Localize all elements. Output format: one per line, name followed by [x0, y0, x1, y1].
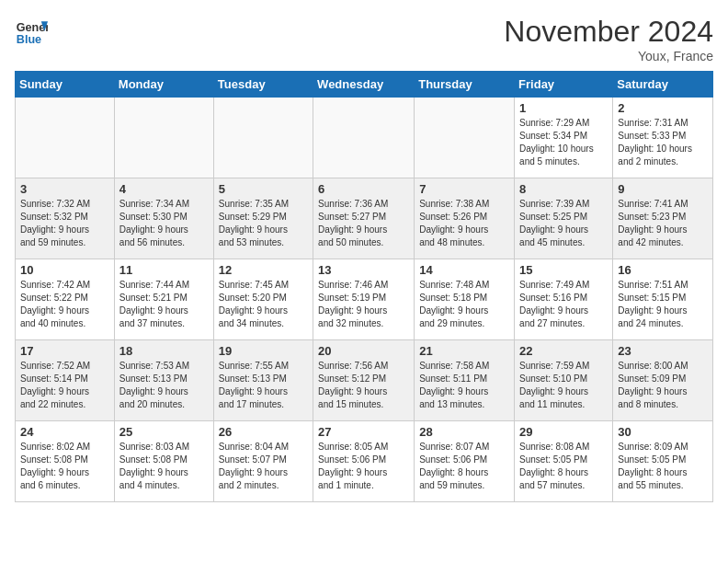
- calendar-cell: [213, 98, 313, 178]
- day-info: Sunrise: 7:42 AM Sunset: 5:22 PM Dayligh…: [20, 279, 109, 330]
- calendar-cell: 1Sunrise: 7:29 AM Sunset: 5:34 PM Daylig…: [515, 98, 613, 178]
- title-area: November 2024 Youx, France: [504, 15, 713, 63]
- day-number: 5: [219, 182, 308, 196]
- logo: General Blue: [15, 15, 48, 48]
- day-number: 17: [20, 344, 109, 358]
- day-info: Sunrise: 7:31 AM Sunset: 5:33 PM Dayligh…: [618, 117, 708, 168]
- calendar-cell: 13Sunrise: 7:46 AM Sunset: 5:19 PM Dayli…: [313, 259, 415, 340]
- day-number: 1: [519, 101, 608, 115]
- day-number: 30: [618, 425, 708, 439]
- calendar-cell: 14Sunrise: 7:48 AM Sunset: 5:18 PM Dayli…: [415, 259, 515, 340]
- calendar-cell: 21Sunrise: 7:58 AM Sunset: 5:11 PM Dayli…: [415, 340, 515, 421]
- calendar-cell: 11Sunrise: 7:44 AM Sunset: 5:21 PM Dayli…: [114, 259, 213, 340]
- calendar-cell: 5Sunrise: 7:35 AM Sunset: 5:29 PM Daylig…: [213, 178, 313, 259]
- day-info: Sunrise: 8:05 AM Sunset: 5:06 PM Dayligh…: [318, 441, 409, 492]
- calendar-cell: 22Sunrise: 7:59 AM Sunset: 5:10 PM Dayli…: [515, 340, 613, 421]
- day-info: Sunrise: 7:35 AM Sunset: 5:29 PM Dayligh…: [219, 198, 308, 249]
- day-number: 16: [618, 263, 708, 277]
- calendar-cell: 4Sunrise: 7:34 AM Sunset: 5:30 PM Daylig…: [114, 178, 213, 259]
- week-row-1: 1Sunrise: 7:29 AM Sunset: 5:34 PM Daylig…: [16, 98, 713, 178]
- day-info: Sunrise: 8:09 AM Sunset: 5:05 PM Dayligh…: [618, 441, 708, 492]
- day-info: Sunrise: 7:52 AM Sunset: 5:14 PM Dayligh…: [20, 360, 109, 411]
- week-row-5: 24Sunrise: 8:02 AM Sunset: 5:08 PM Dayli…: [16, 421, 713, 502]
- day-info: Sunrise: 7:45 AM Sunset: 5:20 PM Dayligh…: [219, 279, 308, 330]
- day-info: Sunrise: 7:44 AM Sunset: 5:21 PM Dayligh…: [119, 279, 209, 330]
- calendar-cell: 30Sunrise: 8:09 AM Sunset: 5:05 PM Dayli…: [613, 421, 713, 502]
- weekday-header-friday: Friday: [515, 72, 613, 98]
- calendar-cell: 23Sunrise: 8:00 AM Sunset: 5:09 PM Dayli…: [613, 340, 713, 421]
- calendar-cell: 2Sunrise: 7:31 AM Sunset: 5:33 PM Daylig…: [613, 98, 713, 178]
- calendar-cell: 7Sunrise: 7:38 AM Sunset: 5:26 PM Daylig…: [415, 178, 515, 259]
- day-number: 29: [519, 425, 608, 439]
- calendar-cell: 18Sunrise: 7:53 AM Sunset: 5:13 PM Dayli…: [114, 340, 213, 421]
- day-info: Sunrise: 7:41 AM Sunset: 5:23 PM Dayligh…: [618, 198, 708, 249]
- day-info: Sunrise: 8:04 AM Sunset: 5:07 PM Dayligh…: [219, 441, 308, 492]
- day-info: Sunrise: 7:36 AM Sunset: 5:27 PM Dayligh…: [318, 198, 409, 249]
- weekday-header-wednesday: Wednesday: [313, 72, 415, 98]
- day-info: Sunrise: 7:53 AM Sunset: 5:13 PM Dayligh…: [119, 360, 209, 411]
- calendar-cell: [114, 98, 213, 178]
- weekday-header-sunday: Sunday: [16, 72, 115, 98]
- day-info: Sunrise: 8:00 AM Sunset: 5:09 PM Dayligh…: [618, 360, 708, 411]
- week-row-2: 3Sunrise: 7:32 AM Sunset: 5:32 PM Daylig…: [16, 178, 713, 259]
- location: Youx, France: [504, 49, 713, 63]
- day-number: 19: [219, 344, 308, 358]
- day-info: Sunrise: 7:51 AM Sunset: 5:15 PM Dayligh…: [618, 279, 708, 330]
- logo-icon: General Blue: [15, 15, 48, 48]
- month-title: November 2024: [504, 15, 713, 49]
- day-info: Sunrise: 7:58 AM Sunset: 5:11 PM Dayligh…: [419, 360, 509, 411]
- day-number: 4: [119, 182, 209, 196]
- calendar-cell: 15Sunrise: 7:49 AM Sunset: 5:16 PM Dayli…: [515, 259, 613, 340]
- calendar-cell: 12Sunrise: 7:45 AM Sunset: 5:20 PM Dayli…: [213, 259, 313, 340]
- day-number: 23: [618, 344, 708, 358]
- day-info: Sunrise: 7:46 AM Sunset: 5:19 PM Dayligh…: [318, 279, 409, 330]
- calendar-cell: 10Sunrise: 7:42 AM Sunset: 5:22 PM Dayli…: [16, 259, 115, 340]
- day-info: Sunrise: 7:59 AM Sunset: 5:10 PM Dayligh…: [519, 360, 608, 411]
- day-info: Sunrise: 8:02 AM Sunset: 5:08 PM Dayligh…: [20, 441, 109, 492]
- calendar-cell: 6Sunrise: 7:36 AM Sunset: 5:27 PM Daylig…: [313, 178, 415, 259]
- calendar-cell: 16Sunrise: 7:51 AM Sunset: 5:15 PM Dayli…: [613, 259, 713, 340]
- day-number: 20: [318, 344, 409, 358]
- day-number: 7: [419, 182, 509, 196]
- calendar-cell: 29Sunrise: 8:08 AM Sunset: 5:05 PM Dayli…: [515, 421, 613, 502]
- day-number: 13: [318, 263, 409, 277]
- day-number: 15: [519, 263, 608, 277]
- calendar-cell: 9Sunrise: 7:41 AM Sunset: 5:23 PM Daylig…: [613, 178, 713, 259]
- calendar-table: SundayMondayTuesdayWednesdayThursdayFrid…: [15, 71, 713, 502]
- svg-text:Blue: Blue: [17, 33, 41, 46]
- day-number: 25: [119, 425, 209, 439]
- day-info: Sunrise: 8:07 AM Sunset: 5:06 PM Dayligh…: [419, 441, 509, 492]
- weekday-header-saturday: Saturday: [613, 72, 713, 98]
- day-info: Sunrise: 7:32 AM Sunset: 5:32 PM Dayligh…: [20, 198, 109, 249]
- day-number: 10: [20, 263, 109, 277]
- day-number: 11: [119, 263, 209, 277]
- weekday-header-thursday: Thursday: [415, 72, 515, 98]
- day-number: 2: [618, 101, 708, 115]
- week-row-3: 10Sunrise: 7:42 AM Sunset: 5:22 PM Dayli…: [16, 259, 713, 340]
- day-info: Sunrise: 8:08 AM Sunset: 5:05 PM Dayligh…: [519, 441, 608, 492]
- day-info: Sunrise: 8:03 AM Sunset: 5:08 PM Dayligh…: [119, 441, 209, 492]
- day-number: 9: [618, 182, 708, 196]
- day-number: 28: [419, 425, 509, 439]
- calendar-cell: [415, 98, 515, 178]
- calendar-cell: [313, 98, 415, 178]
- day-info: Sunrise: 7:38 AM Sunset: 5:26 PM Dayligh…: [419, 198, 509, 249]
- day-info: Sunrise: 7:56 AM Sunset: 5:12 PM Dayligh…: [318, 360, 409, 411]
- calendar-cell: 20Sunrise: 7:56 AM Sunset: 5:12 PM Dayli…: [313, 340, 415, 421]
- day-number: 6: [318, 182, 409, 196]
- day-info: Sunrise: 7:29 AM Sunset: 5:34 PM Dayligh…: [519, 117, 608, 168]
- day-info: Sunrise: 7:55 AM Sunset: 5:13 PM Dayligh…: [219, 360, 308, 411]
- week-row-4: 17Sunrise: 7:52 AM Sunset: 5:14 PM Dayli…: [16, 340, 713, 421]
- day-info: Sunrise: 7:49 AM Sunset: 5:16 PM Dayligh…: [519, 279, 608, 330]
- day-number: 12: [219, 263, 308, 277]
- calendar-cell: 17Sunrise: 7:52 AM Sunset: 5:14 PM Dayli…: [16, 340, 115, 421]
- day-info: Sunrise: 7:39 AM Sunset: 5:25 PM Dayligh…: [519, 198, 608, 249]
- day-info: Sunrise: 7:48 AM Sunset: 5:18 PM Dayligh…: [419, 279, 509, 330]
- calendar-cell: 19Sunrise: 7:55 AM Sunset: 5:13 PM Dayli…: [213, 340, 313, 421]
- day-number: 3: [20, 182, 109, 196]
- calendar-cell: 25Sunrise: 8:03 AM Sunset: 5:08 PM Dayli…: [114, 421, 213, 502]
- weekday-header-monday: Monday: [114, 72, 213, 98]
- day-number: 14: [419, 263, 509, 277]
- page-header: General Blue November 2024 Youx, France: [15, 15, 713, 63]
- day-info: Sunrise: 7:34 AM Sunset: 5:30 PM Dayligh…: [119, 198, 209, 249]
